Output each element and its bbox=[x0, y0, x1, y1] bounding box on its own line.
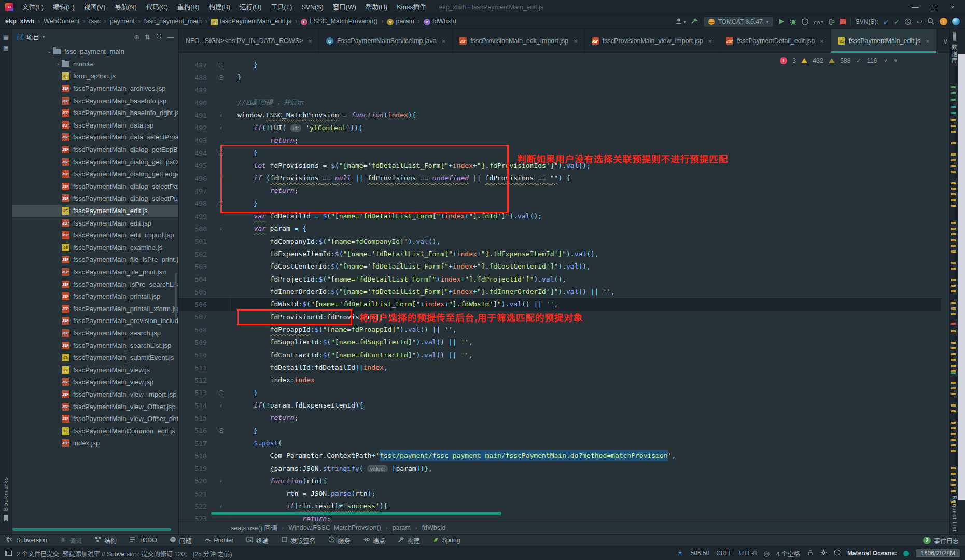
menu-item[interactable]: 运行(U) bbox=[235, 4, 266, 11]
fold-expand-icon[interactable]: ∨ bbox=[219, 504, 223, 509]
caret-position[interactable]: 506:50 bbox=[690, 550, 709, 557]
code-editor[interactable]: 487 }488}489490//匹配预提 ，并展示491∨window.FSS… bbox=[179, 53, 949, 521]
memory-indicator[interactable]: 1606/2028M bbox=[916, 549, 960, 557]
code-line[interactable]: 514∨ if(!param.fdExpenseItemId){ bbox=[179, 399, 941, 412]
code-line[interactable]: 517 $.post( bbox=[179, 437, 941, 450]
tree-item[interactable]: JSPfsscPaymentMain_file_print.jsp bbox=[12, 266, 178, 278]
code-line[interactable]: 491∨window.FSSC_MatchProvsion = function… bbox=[179, 109, 941, 121]
footer-breadcrumb-item[interactable]: Window.FSSC_MatchProvsion() bbox=[288, 524, 381, 531]
stop-button[interactable] bbox=[840, 19, 846, 24]
code-line[interactable]: 511 fdDetailId:fdDetailId||index, bbox=[179, 361, 941, 374]
tree-item[interactable]: JSPfsscPaymentMain_dialog_getLedgerContr… bbox=[12, 168, 178, 180]
prev-next-problem-buttons[interactable]: ∧ ∨ bbox=[885, 58, 900, 63]
close-icon[interactable]: × bbox=[574, 37, 578, 45]
tree-item[interactable]: JSPfsscPaymentMain_edit_import.jsp bbox=[12, 229, 178, 242]
code-line[interactable]: 518 Com_Parameter.ContextPath+'fssc/paym… bbox=[179, 450, 941, 462]
menu-item[interactable]: 导航(N) bbox=[110, 4, 141, 11]
code-line[interactable]: 522∨ if(rtn.result≠'success'){ bbox=[179, 500, 941, 512]
rollback-icon[interactable]: ↩ bbox=[916, 18, 922, 26]
svn-update-icon[interactable]: ↙ bbox=[883, 18, 889, 26]
show-tabs-dropdown-icon[interactable]: ∨ bbox=[943, 37, 948, 45]
tree-horizontal-scrollbar[interactable] bbox=[12, 528, 171, 531]
minimize-button[interactable]: — bbox=[906, 0, 925, 15]
menu-item[interactable]: Kmss插件 bbox=[392, 4, 430, 11]
fold-expand-icon[interactable]: ∨ bbox=[219, 479, 223, 483]
line-separator[interactable]: CRLF bbox=[716, 550, 732, 557]
tree-item[interactable]: JSPfsscPaymentMain_baseInfo.jsp bbox=[12, 94, 178, 107]
locate-file-icon[interactable]: ⊕ bbox=[134, 33, 139, 41]
run-configuration-select[interactable]: TOMCAT 8.5.47 ▾ bbox=[703, 16, 774, 27]
download-icon[interactable] bbox=[677, 549, 683, 557]
tool-window-button-todo[interactable]: TODO bbox=[129, 536, 157, 544]
gear-icon[interactable] bbox=[156, 33, 162, 41]
code-line[interactable]: 508 fdProappId:$("[name=fdProappId]").va… bbox=[179, 324, 941, 336]
lock-icon[interactable] bbox=[807, 549, 814, 557]
tree-item[interactable]: JSPfsscPaymentMain_printall_xform.jsp bbox=[12, 302, 178, 315]
tool-window-button-bug[interactable]: 调试 bbox=[60, 536, 82, 545]
code-line[interactable]: 520∨ function(rtn){ bbox=[179, 475, 941, 487]
error-stripe[interactable] bbox=[950, 54, 957, 507]
update-available-icon[interactable]: ↑ bbox=[940, 18, 947, 25]
fold-expand-icon[interactable]: ∨ bbox=[219, 125, 223, 130]
fold-marker[interactable]: ∨ bbox=[212, 227, 230, 231]
editor-tab[interactable]: NFO...SIGN><ns:PV_IN_DATA_ROWS>× bbox=[179, 29, 319, 53]
tool-window-button-prof[interactable]: Profiler bbox=[204, 536, 234, 544]
fold-marker[interactable]: ∨ bbox=[212, 403, 230, 408]
profiler-icon[interactable]: ▾ bbox=[813, 17, 823, 27]
hide-panel-icon[interactable]: — bbox=[167, 33, 174, 41]
close-icon[interactable]: × bbox=[442, 37, 446, 45]
history-icon[interactable] bbox=[904, 17, 912, 27]
tree-item[interactable]: ⌄fssc_payment_main bbox=[12, 46, 178, 58]
fold-expand-icon[interactable]: ∨ bbox=[219, 403, 223, 408]
ide-features-icon[interactable] bbox=[952, 18, 960, 25]
tool-window-switcher-icon[interactable] bbox=[5, 551, 12, 556]
tree-item[interactable]: JSfsscPaymentMain_submitEvent.js bbox=[12, 352, 178, 364]
fold-marker[interactable]: ∨ bbox=[212, 125, 230, 130]
menu-item[interactable]: 窗口(W) bbox=[328, 4, 361, 11]
menu-item[interactable]: 重构(R) bbox=[173, 4, 204, 11]
file-encoding[interactable]: UTF-8 bbox=[739, 550, 757, 557]
code-line[interactable]: 509 fdSupplierId:$("[name=fdSupplierId]"… bbox=[179, 336, 941, 348]
tree-vertical-scrollbar[interactable] bbox=[175, 273, 177, 319]
menu-item[interactable]: 工具(T) bbox=[266, 4, 297, 11]
code-line[interactable]: 512 index:index bbox=[179, 374, 941, 386]
editor-tab[interactable]: JSPfsscProvisionMain_edit_import.jsp× bbox=[453, 29, 585, 53]
close-icon[interactable]: × bbox=[926, 37, 930, 45]
attach-console-icon[interactable] bbox=[828, 17, 835, 27]
code-line[interactable]: 513 } bbox=[179, 387, 941, 399]
tree-item[interactable]: JSfsscPaymentMain_examine.js bbox=[12, 242, 178, 254]
tool-window-button-serv[interactable]: 服务 bbox=[328, 536, 351, 545]
breadcrumb-item[interactable]: fssc_payment_main bbox=[144, 18, 202, 25]
menu-item[interactable]: 文件(F) bbox=[18, 4, 48, 11]
debug-button[interactable] bbox=[790, 17, 797, 27]
tree-item[interactable]: JSPfsscPaymentMain_dialog_selectPayment.… bbox=[12, 180, 178, 193]
code-line[interactable]: 503 fdCostCenterId:$("[name='fdDetailLis… bbox=[179, 260, 941, 273]
code-line[interactable]: 492∨ if(!LUI( id: 'ytContent')){ bbox=[179, 122, 941, 134]
breadcrumb-item[interactable]: Vparam bbox=[387, 18, 414, 25]
tree-item[interactable]: JSfsscPaymentMainCommon_edit.js bbox=[12, 425, 178, 437]
fold-marker[interactable] bbox=[212, 75, 230, 80]
code-line[interactable]: 516 } bbox=[179, 425, 941, 437]
fold-marker[interactable]: ∨ bbox=[212, 479, 230, 483]
fold-marker[interactable] bbox=[212, 63, 230, 67]
chevron-collapsed-icon[interactable]: › bbox=[54, 61, 62, 67]
tree-item[interactable]: JSfsscPaymentMain_view.js bbox=[12, 363, 178, 376]
tool-window-button-box[interactable]: 发版签名 bbox=[281, 536, 316, 545]
fold-expand-icon[interactable]: ∨ bbox=[219, 227, 223, 231]
footer-breadcrumb-item[interactable]: seajs.use() 回调 bbox=[231, 523, 277, 533]
tool-window-button-struct[interactable]: 结构 bbox=[94, 536, 117, 545]
tree-item[interactable]: JSPfsscPaymentMain_data.jsp bbox=[12, 119, 178, 132]
code-line[interactable]: 505 fdInnerOrderId:$("[name='fdDetailLis… bbox=[179, 286, 941, 298]
tree-item[interactable]: JSfsscPaymentMain_edit.js bbox=[12, 205, 178, 217]
alert-icon[interactable] bbox=[834, 549, 841, 557]
inspections-widget[interactable]: ! 3 432 588 ✓ 116 ∧ ∨ bbox=[780, 57, 900, 64]
user-icon[interactable]: ▾ bbox=[675, 17, 686, 27]
maximize-button[interactable] bbox=[925, 0, 943, 15]
tree-item[interactable]: JSform_option.js bbox=[12, 70, 178, 82]
footer-breadcrumb-item[interactable]: param bbox=[392, 524, 410, 531]
breadcrumb-item[interactable]: JSfsscPaymentMain_edit.js bbox=[211, 18, 291, 25]
chevron-down-icon[interactable]: ▾ bbox=[43, 34, 45, 39]
tree-item[interactable]: ›mobile bbox=[12, 58, 178, 71]
search-icon[interactable] bbox=[927, 17, 935, 27]
code-line[interactable]: 501 fdCompanyId:$("[name=fdCompanyId]").… bbox=[179, 235, 941, 248]
